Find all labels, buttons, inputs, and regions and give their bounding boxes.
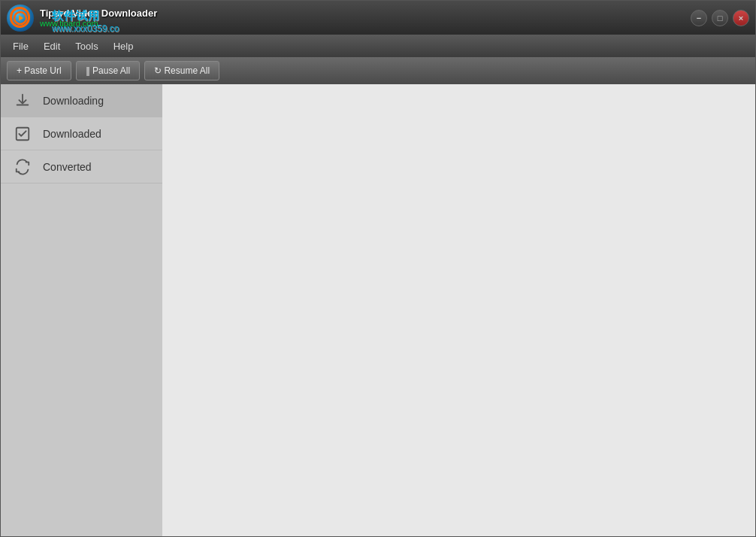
minimize-button[interactable]: −	[691, 10, 707, 26]
sidebar-item-downloaded[interactable]: Downloaded	[1, 117, 162, 150]
close-button[interactable]: ×	[733, 10, 749, 26]
svg-point-0	[14, 12, 26, 24]
menu-edit[interactable]: Edit	[36, 38, 68, 55]
pause-all-button[interactable]: ‖ Pause All	[76, 61, 140, 80]
convert-icon	[13, 157, 32, 177]
resume-all-button[interactable]: ↻ Resume All	[144, 61, 219, 80]
sidebar: Downloading Downloaded	[1, 84, 162, 536]
app-title: Tipard Video Downloader	[40, 8, 157, 19]
app-subtitle: www.tipard.com	[40, 19, 157, 28]
content-area	[162, 84, 755, 536]
title-text-block: Tipard Video Downloader www.tipard.com	[40, 8, 157, 28]
maximize-button[interactable]: □	[712, 10, 728, 26]
menu-bar: File Edit Tools Help	[1, 35, 755, 57]
toolbar: + Paste Url ‖ Pause All ↻ Resume All	[1, 57, 755, 84]
title-bar: Tipard Video Downloader www.tipard.com 软…	[1, 1, 755, 35]
title-bar-left: Tipard Video Downloader www.tipard.com	[7, 5, 157, 32]
menu-file[interactable]: File	[5, 38, 36, 55]
sidebar-item-downloaded-label: Downloaded	[43, 128, 101, 140]
downloaded-icon	[13, 124, 32, 144]
sidebar-item-downloading-label: Downloading	[43, 95, 104, 107]
app-logo	[7, 5, 34, 32]
sidebar-item-downloading[interactable]: Downloading	[1, 84, 162, 117]
title-bar-controls: − □ ×	[691, 10, 749, 26]
menu-help[interactable]: Help	[106, 38, 141, 55]
paste-url-button[interactable]: + Paste Url	[7, 61, 71, 80]
svg-marker-1	[19, 15, 23, 21]
main-content: Downloading Downloaded	[1, 84, 755, 536]
menu-tools[interactable]: Tools	[68, 38, 105, 55]
sidebar-item-converted[interactable]: Converted	[1, 150, 162, 184]
sidebar-item-converted-label: Converted	[43, 161, 92, 173]
download-icon	[13, 91, 32, 111]
app-window: Tipard Video Downloader www.tipard.com 软…	[0, 0, 756, 537]
